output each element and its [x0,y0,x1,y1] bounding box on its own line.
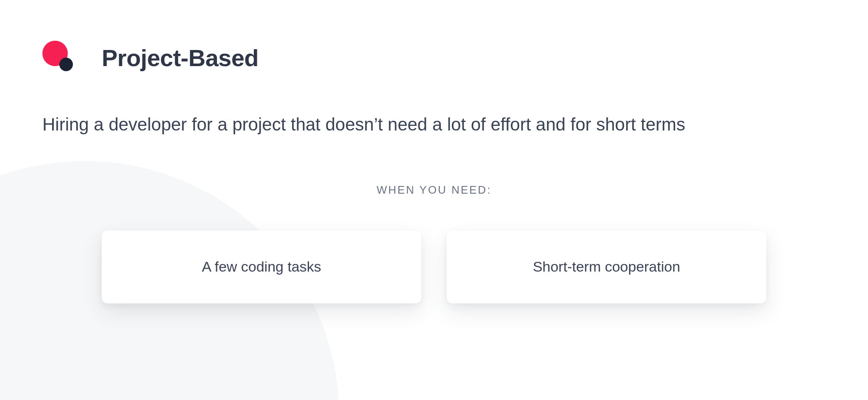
card-label: A few coding tasks [202,258,321,275]
card-short-term-cooperation: Short-term cooperation [447,231,766,303]
content-container: Project-Based Hiring a developer for a p… [0,0,868,303]
logo-icon [42,41,76,75]
page-title: Project-Based [102,44,259,72]
section-label: WHEN YOU NEED: [42,183,826,197]
header: Project-Based [42,41,826,75]
page-subtitle: Hiring a developer for a project that do… [42,113,763,137]
card-few-coding-tasks: A few coding tasks [102,231,421,303]
card-label: Short-term cooperation [533,258,680,275]
cards-row: A few coding tasks Short-term cooperatio… [42,231,826,303]
logo-dot-small [59,58,73,71]
